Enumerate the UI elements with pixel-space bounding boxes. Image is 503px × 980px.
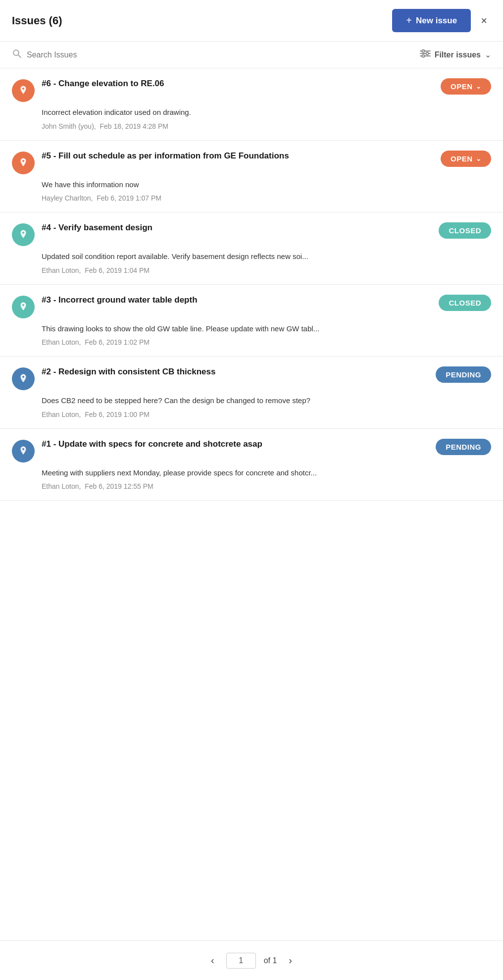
issue-row-top: #2 - Redesign with consistent CB thickne…	[12, 366, 491, 390]
issue-item[interactable]: #1 - Update with specs for concrete and …	[0, 429, 503, 501]
svg-point-12	[22, 376, 24, 378]
issue-left: #2 - Redesign with consistent CB thickne…	[12, 366, 430, 390]
issue-item[interactable]: #5 - Fill out schedule as per informatio…	[0, 141, 503, 213]
chevron-down-icon: ⌄	[485, 50, 491, 59]
issue-meta: John Smith (you), Feb 18, 2019 4:28 PM	[12, 122, 491, 130]
status-badge[interactable]: CLOSED	[439, 222, 491, 239]
issue-title: #2 - Redesign with consistent CB thickne…	[42, 366, 215, 377]
status-badge[interactable]: OPEN ⌄	[441, 78, 491, 95]
issue-title: #4 - Verify basement design	[42, 222, 152, 233]
issue-row-top: #3 - Incorrect ground water table depth …	[12, 295, 491, 318]
search-filter-bar: Filter issues ⌄	[0, 42, 503, 68]
issue-row-top: #1 - Update with specs for concrete and …	[12, 439, 491, 463]
svg-point-10	[22, 232, 24, 234]
filter-button[interactable]: Filter issues ⌄	[420, 49, 491, 60]
issue-row-top: #5 - Fill out schedule as per informatio…	[12, 151, 491, 174]
svg-line-1	[18, 55, 21, 57]
issue-meta: Ethan Loton, Feb 6, 2019 1:02 PM	[12, 338, 491, 346]
svg-point-7	[422, 55, 424, 57]
issue-meta: Hayley Charlton, Feb 6, 2019 1:07 PM	[12, 194, 491, 202]
pagination: ‹ of 1 ›	[0, 940, 503, 980]
new-issue-button[interactable]: + New issue	[392, 9, 471, 32]
issue-avatar	[12, 223, 35, 246]
issue-left: #1 - Update with specs for concrete and …	[12, 439, 430, 463]
issue-row-top: #6 - Change elevation to RE.06 OPEN ⌄	[12, 78, 491, 102]
issue-description: We have this information now	[12, 179, 491, 191]
issue-title: #6 - Change elevation to RE.06	[42, 78, 164, 89]
status-badge[interactable]: PENDING	[436, 439, 491, 455]
status-badge[interactable]: OPEN ⌄	[441, 151, 491, 167]
close-button[interactable]: ×	[477, 12, 491, 29]
issue-item[interactable]: #3 - Incorrect ground water table depth …	[0, 285, 503, 357]
svg-point-13	[22, 448, 24, 450]
issue-avatar	[12, 296, 35, 318]
issue-left: #4 - Verify basement design	[12, 222, 433, 246]
issue-item[interactable]: #2 - Redesign with consistent CB thickne…	[0, 357, 503, 429]
issue-item[interactable]: #4 - Verify basement design CLOSED Updat…	[0, 212, 503, 285]
search-input[interactable]	[27, 51, 412, 59]
new-issue-label: New issue	[416, 16, 457, 26]
issue-row-top: #4 - Verify basement design CLOSED	[12, 222, 491, 246]
issue-description: Incorrect elevation indicator used on dr…	[12, 107, 491, 118]
search-icon	[12, 49, 22, 61]
svg-point-6	[426, 52, 428, 55]
next-page-button[interactable]: ›	[285, 953, 296, 968]
svg-point-8	[22, 88, 24, 90]
issue-description: This drawing looks to show the old GW ta…	[12, 323, 491, 335]
page-title: Issues (6)	[12, 14, 62, 27]
status-badge[interactable]: CLOSED	[439, 295, 491, 311]
issue-description: Meeting with suppliers next Monday, plea…	[12, 467, 491, 479]
issue-title: #5 - Fill out schedule as per informatio…	[42, 151, 289, 161]
issue-left: #6 - Change elevation to RE.06	[12, 78, 435, 102]
status-badge[interactable]: PENDING	[436, 366, 491, 383]
issue-avatar	[12, 79, 35, 102]
svg-point-9	[22, 160, 24, 162]
issue-avatar	[12, 440, 35, 463]
issue-item[interactable]: #6 - Change elevation to RE.06 OPEN ⌄ In…	[0, 68, 503, 141]
issue-meta: Ethan Loton, Feb 6, 2019 1:00 PM	[12, 411, 491, 418]
issue-title: #3 - Incorrect ground water table depth	[42, 295, 198, 306]
page-number-input[interactable]	[226, 953, 256, 969]
header-actions: + New issue ×	[392, 9, 491, 32]
issue-left: #3 - Incorrect ground water table depth	[12, 295, 433, 318]
issue-meta: Ethan Loton, Feb 6, 2019 12:55 PM	[12, 482, 491, 490]
plus-icon: +	[406, 15, 412, 26]
issues-list: #6 - Change elevation to RE.06 OPEN ⌄ In…	[0, 68, 503, 501]
issue-description: Does CB2 need to be stepped here? Can th…	[12, 395, 491, 407]
issue-avatar	[12, 367, 35, 390]
svg-point-11	[22, 304, 24, 306]
svg-point-5	[422, 50, 424, 52]
issue-left: #5 - Fill out schedule as per informatio…	[12, 151, 435, 174]
search-area	[12, 49, 412, 61]
filter-icon	[420, 49, 431, 60]
issue-avatar	[12, 152, 35, 174]
issue-description: Updated soil condition report available.…	[12, 251, 491, 262]
issue-title: #1 - Update with specs for concrete and …	[42, 439, 262, 450]
filter-label: Filter issues	[435, 51, 481, 59]
prev-page-button[interactable]: ‹	[207, 953, 218, 968]
issue-meta: Ethan Loton, Feb 6, 2019 1:04 PM	[12, 266, 491, 274]
page-of-label: of 1	[264, 956, 277, 965]
header: Issues (6) + New issue ×	[0, 0, 503, 42]
